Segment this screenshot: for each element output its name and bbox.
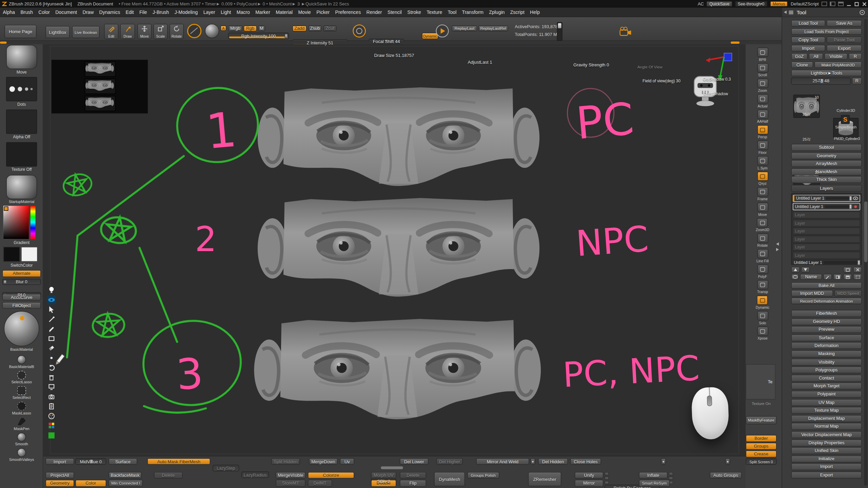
geometry-button[interactable]: Geometry bbox=[45, 480, 74, 487]
menu-item[interactable]: Color bbox=[36, 9, 53, 15]
left-tray-item[interactable]: MaskLasso bbox=[12, 402, 31, 415]
layer-eye-icon[interactable] bbox=[853, 197, 858, 200]
right-shelf-item[interactable]: Line Fill bbox=[756, 249, 769, 263]
bottom-scroll-handle[interactable] bbox=[381, 466, 403, 469]
layer-record-icon[interactable] bbox=[853, 205, 858, 208]
zadd-button[interactable]: Zadd bbox=[292, 25, 307, 32]
auto-groups-button[interactable]: Auto Groups bbox=[710, 472, 742, 479]
tool-section-header[interactable]: FiberMesh bbox=[791, 310, 862, 317]
menu-item[interactable]: Edit bbox=[123, 9, 137, 15]
right-shelf-item[interactable]: Zoom3D bbox=[756, 218, 769, 232]
texture-thumbnail[interactable] bbox=[6, 142, 37, 167]
layer-eye-button[interactable] bbox=[791, 274, 799, 280]
surface-button[interactable]: Surface bbox=[108, 458, 137, 465]
sculptris-pro-button[interactable] bbox=[187, 24, 201, 38]
right-shelf-item[interactable]: Transp bbox=[757, 280, 768, 294]
menu-item[interactable]: Render bbox=[363, 9, 384, 15]
layer-intensity-knob[interactable] bbox=[849, 204, 852, 209]
copy-tool-button[interactable]: Copy Tool bbox=[791, 37, 825, 43]
material-thumbnail[interactable] bbox=[6, 175, 37, 199]
divider-handle-left[interactable] bbox=[0, 41, 7, 44]
right-shelf-item[interactable]: Rotate bbox=[757, 233, 768, 247]
menu-item[interactable]: Light bbox=[218, 9, 234, 15]
midvalue-slider[interactable]: MidValue 0 bbox=[75, 458, 106, 465]
load-tool-button[interactable]: Load Tool bbox=[791, 20, 825, 27]
merge-visible-button[interactable]: MergeVisible bbox=[276, 472, 305, 479]
document-canvas[interactable]: 1 2 3 PC NPC PC, NPC bbox=[43, 44, 746, 456]
right-shelf-item[interactable]: BPR bbox=[757, 47, 768, 61]
polish-groups-mode-toggle[interactable] bbox=[725, 458, 730, 465]
left-tray-item[interactable]: SelectLasso bbox=[11, 371, 32, 384]
tool-section-header[interactable]: Import bbox=[791, 463, 862, 470]
basic-material-thumbnail[interactable] bbox=[4, 311, 39, 346]
minimize-button[interactable] bbox=[846, 1, 851, 6]
close-holes-button[interactable]: Close Holes bbox=[570, 458, 601, 465]
menu-item[interactable]: Stencil bbox=[385, 9, 405, 15]
menu-item[interactable]: Zplugin bbox=[486, 9, 507, 15]
hue-strip[interactable] bbox=[31, 206, 36, 239]
flip-button[interactable]: Flip bbox=[400, 480, 426, 487]
right-shelf-item[interactable]: Floor bbox=[757, 141, 768, 155]
draw-size-slider[interactable]: Draw Size 51.18757 bbox=[369, 52, 419, 59]
tool-section-header[interactable]: Vector Displacement Map bbox=[791, 431, 862, 438]
live-boolean-button[interactable]: Live Boolean bbox=[72, 26, 100, 38]
layer-down-button[interactable] bbox=[801, 267, 810, 273]
maximize-button[interactable] bbox=[854, 1, 859, 6]
layer-up-button[interactable] bbox=[791, 267, 800, 273]
mirror-button[interactable]: Mirror bbox=[575, 480, 604, 487]
rgb-intensity-slider[interactable]: Rgb Intensity 100 bbox=[228, 33, 289, 39]
trash-icon[interactable] bbox=[47, 373, 56, 382]
right-shelf-item[interactable]: Qxyz bbox=[757, 171, 768, 185]
layer-slot[interactable]: Layer bbox=[793, 211, 860, 219]
layer-delete-button[interactable] bbox=[853, 267, 862, 273]
tool-section-header[interactable]: Surface bbox=[791, 334, 862, 341]
clipboard-icon[interactable] bbox=[47, 402, 56, 410]
mergedown-button[interactable]: MergeDown bbox=[309, 458, 338, 465]
alpha-thumbnail[interactable] bbox=[6, 109, 37, 134]
layer-name-button[interactable]: Name bbox=[800, 274, 822, 280]
zcut-button[interactable]: Zcut bbox=[323, 25, 336, 32]
delete-button-b[interactable]: Delete bbox=[400, 472, 426, 479]
layers-section-header[interactable]: Layers bbox=[791, 185, 862, 192]
texture-on-label[interactable]: Texture On bbox=[746, 402, 776, 405]
projectall-button[interactable]: ProjectAll bbox=[45, 472, 74, 479]
move-button[interactable]: Move bbox=[137, 24, 152, 39]
tool-section-header[interactable]: Morph Target bbox=[791, 383, 862, 390]
blur-slider[interactable]: Blur 0 bbox=[2, 279, 41, 285]
record-deformation-button[interactable]: Record Deformation Animation bbox=[791, 298, 862, 304]
zsub-button[interactable]: Zsub bbox=[308, 25, 321, 32]
layer-split-button[interactable] bbox=[833, 274, 842, 280]
groups-polish-button[interactable]: Groups Polish bbox=[467, 472, 499, 479]
tool-section-header[interactable]: ArrayMesh bbox=[791, 160, 862, 167]
mirror-weld-toggle[interactable] bbox=[530, 458, 535, 465]
tool-section-header[interactable]: Deformation bbox=[791, 342, 862, 349]
menu-item[interactable]: J-Brush bbox=[150, 9, 172, 15]
inflate-button[interactable]: Inflate bbox=[639, 472, 668, 479]
split-screen-slider[interactable]: Split Screen 0 bbox=[746, 458, 776, 465]
right-shelf-item[interactable]: Xpose bbox=[757, 326, 768, 340]
gravity-strength-slider[interactable]: Gravity Strength 0 bbox=[568, 61, 614, 68]
menu-item[interactable]: Preferences bbox=[332, 9, 363, 15]
quicksave-button[interactable]: QuickSave bbox=[707, 1, 732, 6]
tool-section-header[interactable]: Initialize bbox=[791, 455, 862, 462]
menu-item[interactable]: Layer bbox=[200, 9, 218, 15]
tray-collapse-arrow-right[interactable] bbox=[776, 248, 779, 251]
mdd-speed-button[interactable]: MDD Speed bbox=[834, 290, 862, 297]
menu-item[interactable]: Alpha bbox=[0, 9, 18, 15]
palette-icon[interactable] bbox=[47, 411, 56, 420]
unify-axis-toggles[interactable] bbox=[605, 472, 609, 486]
scale-button[interactable]: Scale bbox=[153, 24, 167, 39]
panel-collapse-arrow[interactable] bbox=[784, 11, 787, 14]
tool-section-header[interactable]: Subtool bbox=[791, 144, 862, 151]
rectangle-icon[interactable] bbox=[47, 334, 56, 343]
groups-button[interactable]: Groups bbox=[746, 443, 776, 450]
replay-last-rel-button[interactable]: ReplayLastRel bbox=[478, 25, 508, 32]
split-hidden-button[interactable]: Split Hidden bbox=[271, 458, 300, 465]
tool-section-header[interactable]: Geometry bbox=[791, 152, 862, 159]
clone-button[interactable]: Clone bbox=[791, 61, 813, 68]
menu-item[interactable]: Movie bbox=[295, 9, 314, 15]
selected-layer-slider[interactable] bbox=[824, 261, 861, 264]
layout-split-icon[interactable] bbox=[830, 2, 835, 6]
layer-intensity-track[interactable] bbox=[825, 197, 852, 200]
obj-shadow-slider[interactable]: ObjShadow 0.3 bbox=[700, 76, 734, 82]
